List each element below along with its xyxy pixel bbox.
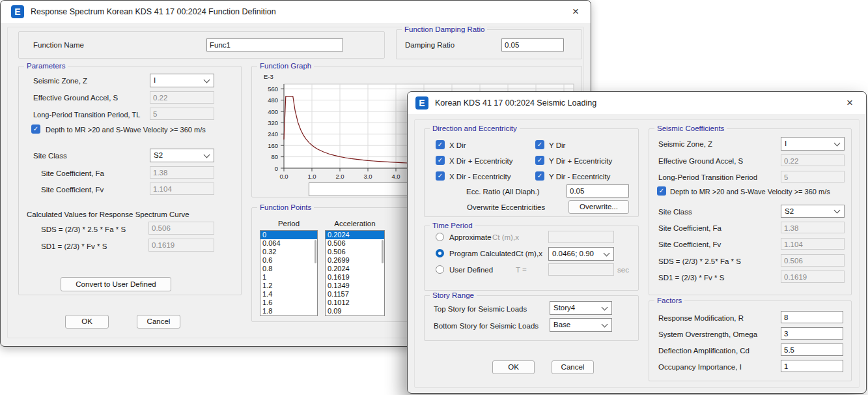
function-name-input[interactable]: Func1 xyxy=(206,38,343,51)
list-item[interactable]: 0.064 xyxy=(260,239,317,248)
acceleration-scrollbar[interactable] xyxy=(382,240,384,263)
long-period-field: 5 xyxy=(150,108,214,120)
list-item[interactable]: 0.09 xyxy=(326,307,384,315)
site-class-dropdown[interactable]: S2 xyxy=(781,205,845,218)
list-item[interactable]: 1 xyxy=(260,273,317,282)
list-item[interactable]: 0 xyxy=(260,231,317,239)
calc-values-header: Calculated Values for Response Spectrum … xyxy=(27,210,189,219)
svg-text:560: 560 xyxy=(268,85,278,93)
bottom-story-dropdown[interactable]: Base xyxy=(550,318,612,332)
site-class-label: Site Class xyxy=(33,151,67,160)
bottom-story-label: Bottom Story for Seismic Loads xyxy=(434,321,539,330)
depth-checkbox[interactable]: ✓ xyxy=(31,124,40,134)
user-defined-radio[interactable] xyxy=(436,265,444,274)
list-item[interactable]: 0.2024 xyxy=(326,231,384,239)
list-item[interactable]: 0.1619 xyxy=(326,273,384,282)
direction-group-caption: Direction and Eccentricity xyxy=(430,124,520,134)
list-item[interactable]: 0.1157 xyxy=(326,290,384,299)
period-scrollbar[interactable] xyxy=(315,240,316,263)
ecc-ratio-label: Ecc. Ratio (All Diaph.) xyxy=(466,187,539,196)
response-modification-input[interactable]: 8 xyxy=(781,311,843,323)
occupancy-importance-input[interactable]: 1 xyxy=(781,360,843,372)
depth-checkbox[interactable]: ✓ xyxy=(657,186,666,196)
program-ct-value: 0.0466; 0.90 xyxy=(552,250,594,257)
list-item[interactable]: 0.1349 xyxy=(326,282,384,290)
list-item[interactable]: 0.2699 xyxy=(326,256,384,265)
system-overstrength-input[interactable]: 3 xyxy=(781,327,843,340)
site-class-value: S2 xyxy=(785,207,794,215)
svg-text:320: 320 xyxy=(268,119,278,126)
ok-button[interactable]: OK xyxy=(492,360,535,374)
dialog-title: Korean KDS 41 17 00:2024 Seismic Loading xyxy=(435,98,596,108)
x-dir-plus-ecc-label: X Dir + Eccentricity xyxy=(449,156,512,166)
svg-text:E-3: E-3 xyxy=(264,73,273,80)
list-item[interactable]: 1.2 xyxy=(260,282,317,290)
list-item[interactable]: 0.506 xyxy=(326,248,384,256)
deflection-amplification-input[interactable]: 5.5 xyxy=(781,344,843,356)
y-dir-label: Y Dir xyxy=(549,141,565,150)
y-dir-checkbox[interactable]: ✓ xyxy=(535,140,544,149)
titlebar[interactable]: E Korean KDS 41 17 00:2024 Seismic Loadi… xyxy=(408,92,866,114)
period-listbox[interactable]: 00.0640.320.60.811.21.41.61.8 xyxy=(260,230,318,316)
parameters-group-caption: Parameters xyxy=(24,61,68,71)
ok-button[interactable]: OK xyxy=(65,315,109,329)
cancel-button[interactable]: Cancel xyxy=(552,360,594,374)
list-item[interactable]: 0.6 xyxy=(260,256,317,265)
y-dir-plus-ecc-label: Y Dir + Eccentricity xyxy=(549,156,612,166)
close-icon[interactable]: × xyxy=(568,5,583,18)
seismic-loading-dialog: E Korean KDS 41 17 00:2024 Seismic Loadi… xyxy=(407,91,867,394)
approximate-ct-label: Ct (m),x xyxy=(492,233,519,242)
story-range-caption: Story Range xyxy=(430,291,477,300)
y-dir-plus-ecc-checkbox[interactable]: ✓ xyxy=(535,156,544,165)
function-points-caption: Function Points xyxy=(257,203,314,212)
damping-ratio-label: Damping Ratio xyxy=(405,40,455,50)
list-item[interactable]: 1.4 xyxy=(260,290,317,299)
list-item[interactable]: 0.1012 xyxy=(326,299,384,307)
accel-label: Effective Ground Accel, S xyxy=(658,156,743,166)
factors-caption: Factors xyxy=(654,296,684,306)
list-item[interactable]: 1.8 xyxy=(260,307,317,315)
program-calculated-radio[interactable] xyxy=(436,249,444,257)
sds-field: 0.506 xyxy=(781,254,845,267)
sd1-label: SD1 = (2/3) * Fv * S xyxy=(41,242,107,251)
ecc-ratio-input[interactable]: 0.05 xyxy=(567,184,629,197)
list-item[interactable]: 0.506 xyxy=(326,239,384,248)
app-logo-icon: E xyxy=(11,5,24,18)
seismic-coefficients-caption: Seismic Coefficients xyxy=(654,124,727,134)
y-dir-minus-ecc-checkbox[interactable]: ✓ xyxy=(535,171,544,181)
sds-field: 0.506 xyxy=(148,222,214,235)
damping-ratio-input[interactable]: 0.05 xyxy=(501,38,564,51)
accel-field: 0.22 xyxy=(781,154,845,166)
list-item[interactable]: 1.6 xyxy=(260,299,317,307)
site-class-label: Site Class xyxy=(658,207,692,216)
top-story-dropdown[interactable]: Story4 xyxy=(550,301,612,315)
zone-value: I xyxy=(785,139,787,147)
damping-group-caption: Function Damping Ratio xyxy=(402,25,487,35)
x-dir-plus-ecc-checkbox[interactable]: ✓ xyxy=(436,156,445,165)
svg-text:0: 0 xyxy=(275,165,278,172)
x-dir-minus-ecc-label: X Dir - Eccentricity xyxy=(449,172,511,181)
titlebar[interactable]: E Response Spectrum Korean KDS 41 17 00:… xyxy=(1,1,591,23)
approximate-radio[interactable] xyxy=(436,233,444,241)
list-item[interactable]: 0.32 xyxy=(260,248,317,256)
seismic-zone-dropdown[interactable]: I xyxy=(150,74,214,87)
ground-accel-label: Effective Ground Accel, S xyxy=(33,93,118,102)
long-period-label: Long-Period Transition Period xyxy=(658,173,757,182)
acceleration-listbox[interactable]: 0.20240.5060.5060.26990.20240.16190.1349… xyxy=(325,230,385,316)
depth-checkbox-label: Depth to MR >20 and S-Wave Velocity >= 3… xyxy=(670,187,830,196)
site-class-dropdown[interactable]: S2 xyxy=(150,149,214,162)
zone-dropdown[interactable]: I xyxy=(781,137,845,151)
list-item[interactable]: 0.2024 xyxy=(326,265,384,273)
cancel-button[interactable]: Cancel xyxy=(137,315,180,329)
overwrite-ecc-label: Overwrite Eccentricities xyxy=(467,203,545,212)
site-fv-label: Site Coefficient, Fv xyxy=(658,240,721,249)
program-ct-dropdown[interactable]: 0.0466; 0.90 xyxy=(548,247,614,261)
x-dir-minus-ecc-checkbox[interactable]: ✓ xyxy=(436,171,445,181)
svg-text:1.0: 1.0 xyxy=(307,173,316,180)
list-item[interactable]: 0.8 xyxy=(260,265,317,273)
sec-unit-label: sec xyxy=(617,265,629,274)
close-icon[interactable]: × xyxy=(843,96,857,110)
convert-to-user-defined-button[interactable]: Convert to User Defined xyxy=(61,277,171,291)
x-dir-checkbox[interactable]: ✓ xyxy=(436,140,445,149)
overwrite-button[interactable]: Overwrite... xyxy=(568,200,629,214)
